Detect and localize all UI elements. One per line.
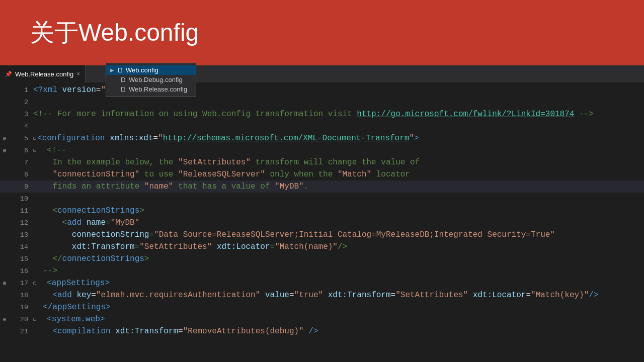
code-line-6: ⊟ <!-- — [33, 144, 644, 156]
line-num-16: 16 — [0, 265, 33, 277]
file-tree-item-webconfig[interactable]: ▶ 🗋 Web.config — [106, 65, 196, 75]
line-num-17: ▣ 17 — [0, 277, 33, 289]
code-editor: 1 2 3 4 ▣ 5 ▣ 6 7 8 — [0, 83, 644, 362]
code-lines: <?xml version="1.0"?> <!-- For more info… — [33, 83, 644, 362]
tab-label: Web.Release.config — [15, 70, 73, 78]
file-tree-item-webreleaseconfig[interactable]: 🗋 Web.Release.config — [106, 84, 196, 94]
line-num-4: 4 — [0, 120, 33, 132]
file-icon-webconfig: 🗋 — [117, 66, 124, 74]
line-num-21: 21 — [0, 325, 33, 337]
ln-2: 2 — [9, 99, 33, 106]
code-line-11: <connectionStrings> — [33, 205, 644, 217]
code-line-2 — [33, 96, 644, 108]
link-msdn[interactable]: http://go.microsoft.com/fwlink/?LinkId=3… — [357, 110, 574, 119]
line-num-1: 1 — [0, 84, 33, 96]
collapse-icon-20[interactable]: ⊟ — [33, 316, 36, 322]
file-icon-webdebugconfig: 🗋 — [120, 76, 127, 83]
code-line-8: "connectionString" to use "ReleaseSQLSer… — [33, 168, 644, 180]
tab-pin-icon: 📌 — [5, 71, 12, 77]
ln-8: 8 — [9, 171, 33, 178]
ln-4: 4 — [9, 123, 33, 130]
line-num-5: ▣ 5 — [0, 132, 33, 144]
code-line-18: <add key="elmah.mvc.requiresAuthenticati… — [33, 289, 644, 301]
file-tree-item-webdebugconfig[interactable]: 🗋 Web.Debug.config — [106, 75, 196, 84]
line-num-7: 7 — [0, 156, 33, 168]
ln-17: 17 — [9, 280, 33, 287]
line-num-6: ▣ 6 — [0, 144, 33, 156]
code-line-20: ⊟ <system.web> — [33, 313, 644, 325]
file-label-webconfig: Web.config — [126, 66, 158, 74]
gutter-5[interactable]: ▣ — [0, 135, 9, 141]
page-title: 关于Web.config — [30, 17, 199, 49]
line-num-19: 19 — [0, 301, 33, 313]
line-num-12: 12 — [0, 217, 33, 229]
arrow-icon: ▶ — [110, 67, 114, 73]
line-num-11: 11 — [0, 205, 33, 217]
line-num-18: 18 — [0, 289, 33, 301]
line-num-3: 3 — [0, 108, 33, 120]
ln-6: 6 — [9, 147, 33, 154]
line-num-15: 15 — [0, 253, 33, 265]
line-num-8: 8 — [0, 168, 33, 180]
line-numbers-gutter: 1 2 3 4 ▣ 5 ▣ 6 7 8 — [0, 83, 33, 362]
code-line-15: </connectionStrings> — [33, 253, 644, 265]
ln-18: 18 — [9, 292, 33, 299]
line-num-10: 10 — [0, 193, 33, 205]
code-line-9: finds an attribute "name" that has a val… — [33, 180, 644, 193]
syntax-attr-1: version — [62, 85, 96, 95]
ln-21: 21 — [9, 328, 33, 335]
ln-3: 3 — [9, 111, 33, 118]
file-icon-webreleaseconfig: 🗋 — [120, 85, 127, 93]
ln-7: 7 — [9, 159, 33, 166]
ln-1: 1 — [9, 86, 33, 94]
link-xdt[interactable]: http://schemas.microsoft.com/XML-Documen… — [163, 134, 410, 143]
file-label-webdebugconfig: Web.Debug.config — [129, 76, 183, 83]
code-line-19: </appSettings> — [33, 301, 644, 313]
file-label-webreleaseconfig: Web.Release.config — [129, 85, 187, 93]
line-num-2: 2 — [0, 96, 33, 108]
code-line-16: --> — [33, 265, 644, 277]
code-line-4 — [33, 120, 644, 132]
ln-11: 11 — [9, 207, 33, 215]
tab-close-button[interactable]: × — [76, 70, 80, 77]
ln-14: 14 — [9, 243, 33, 251]
ln-10: 10 — [9, 195, 33, 203]
collapse-icon-17[interactable]: ⊟ — [33, 280, 36, 286]
gutter-20[interactable]: ▣ — [0, 316, 9, 322]
title-bar: 关于Web.config ▶ 🗋 Web.config 🗋 Web.Debug.… — [0, 0, 644, 65]
code-line-13: connectionString="Data Source=ReleaseSQL… — [33, 229, 644, 241]
ln-13: 13 — [9, 231, 33, 239]
ln-19: 19 — [9, 304, 33, 311]
tab-web-release-config[interactable]: 📌 Web.Release.config × — [0, 65, 86, 82]
code-line-7: In the example below, the "SetAttributes… — [33, 156, 644, 168]
collapse-icon-5[interactable]: ⊟ — [33, 135, 36, 141]
line-num-9: 9 — [0, 180, 33, 193]
line-num-13: 13 — [0, 229, 33, 241]
code-line-17: ⊟ <appSettings> — [33, 277, 644, 289]
line-num-14: 14 — [0, 241, 33, 253]
syntax-tag-1: <?xml — [33, 85, 62, 95]
code-line-21: <compilation xdt:Transform="RemoveAttrib… — [33, 325, 644, 337]
ln-9: 9 — [9, 183, 33, 191]
ln-5: 5 — [9, 135, 33, 142]
ln-12: 12 — [9, 219, 33, 227]
collapse-icon-6[interactable]: ⊟ — [33, 147, 36, 153]
tab-bar: 📌 Web.Release.config × — [0, 65, 644, 83]
ln-16: 16 — [9, 267, 33, 275]
code-line-14: xdt:Transform="SetAttributes" xdt:Locato… — [33, 241, 644, 253]
ln-20: 20 — [9, 316, 33, 323]
code-line-3: <!-- For more information on using Web.c… — [33, 108, 644, 120]
code-line-12: <add name="MyDB" — [33, 217, 644, 229]
code-line-5: ⊟<configuration xmlns:xdt="http://schema… — [33, 132, 644, 144]
code-line-10 — [33, 193, 644, 205]
line-num-20: ▣ 20 — [0, 313, 33, 325]
ln-15: 15 — [9, 255, 33, 263]
gutter-17[interactable]: ▣ — [0, 280, 9, 286]
file-tree-popup: ▶ 🗋 Web.config 🗋 Web.Debug.config 🗋 Web.… — [106, 63, 196, 97]
gutter-6[interactable]: ▣ — [0, 147, 9, 153]
